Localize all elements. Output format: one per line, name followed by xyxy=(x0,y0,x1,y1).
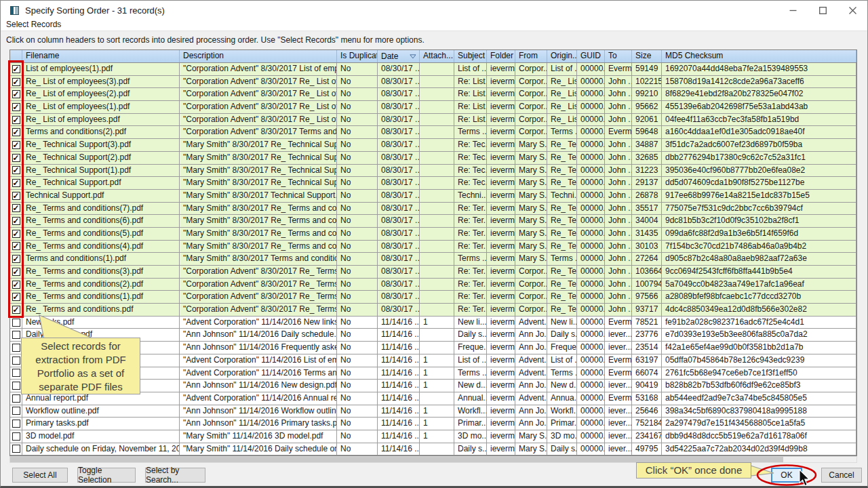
select-by-search-button[interactable]: Select by Search... xyxy=(145,468,205,483)
column-header-guid[interactable]: GUID xyxy=(577,50,605,62)
cancel-button[interactable]: Cancel xyxy=(821,468,862,483)
close-button[interactable] xyxy=(837,1,867,20)
table-row[interactable]: Terms and conditions(2).pdf"Corporation … xyxy=(10,126,856,139)
table-row[interactable]: Re_ Terms and conditions(7).pdf"Mary Smi… xyxy=(10,203,856,216)
cell-attachments: 1 xyxy=(420,380,454,392)
column-header-md5[interactable]: MD5 Checksum xyxy=(662,50,856,62)
cell-attachments xyxy=(420,392,454,405)
cell-subject: Re: Tec... xyxy=(454,177,487,189)
cell-md5: 9dc81b5b3c2f10d0f9c35102ba2f8cf1 xyxy=(662,215,856,227)
minimize-button[interactable] xyxy=(778,1,808,20)
table-row[interactable]: List of employees(1).pdf"Corporation Adv… xyxy=(10,63,856,76)
cell-date: 08/30/17 ... xyxy=(378,63,420,75)
cell-folder: ieverm... xyxy=(487,139,515,151)
cell-size: 90419 xyxy=(632,380,662,392)
table-row[interactable]: Re_ Terms and conditions(6).pdf"Mary Smi… xyxy=(10,215,856,228)
cell-folder: ieverm... xyxy=(487,63,515,75)
column-header-size[interactable]: Size xyxy=(632,50,662,62)
cell-subject: Terms ... xyxy=(454,253,487,265)
cell-filename: Re_ Technical Support(1).pdf xyxy=(22,165,180,177)
table-row[interactable]: New links.pdf"Advent Corporation" 11/14/… xyxy=(10,317,856,329)
cell-from: Mary S... xyxy=(515,443,547,455)
column-header-attachments[interactable]: Attach... xyxy=(420,50,454,62)
cell-guid: 00000... xyxy=(577,215,605,227)
cell-md5: a28089bfef98bfcaebc1c77dccd3270b xyxy=(662,291,856,303)
column-header-subject[interactable]: Subject xyxy=(454,50,487,62)
cell-date: 08/30/17 ... xyxy=(378,203,420,215)
column-header-folder[interactable]: Folder I... xyxy=(487,50,515,62)
table-row[interactable]: Re_ Terms and conditions(5).pdf"Mary Smi… xyxy=(10,228,856,241)
table-row[interactable]: Re_ Terms and conditions(3).pdf"Corporat… xyxy=(10,266,856,279)
cell-guid: 00000... xyxy=(577,405,605,418)
cell-original: Re_ Lis... xyxy=(547,114,577,126)
cell-is-duplicate: No xyxy=(337,380,378,392)
cell-attachments xyxy=(420,215,454,227)
cell-date: 11/14/16 ... xyxy=(378,418,420,430)
cell-md5: 7f154bc3c70cd21b7486ab46a0a9b4b2 xyxy=(662,241,856,253)
scrollbar-thumb[interactable] xyxy=(10,457,783,462)
cell-from: Corpor... xyxy=(515,126,547,138)
cell-guid: 00000... xyxy=(577,203,605,215)
checkbox-unchecked-icon xyxy=(12,357,20,365)
maximize-button[interactable] xyxy=(808,1,837,20)
cell-description: "Ann Johnson" 11/14/2016 Primary tasks.p… xyxy=(180,418,337,430)
cell-to: John ... xyxy=(605,139,632,151)
cell-is-duplicate: No xyxy=(337,63,378,75)
table-row[interactable]: Re_ Terms and conditions(2).pdf"Corporat… xyxy=(10,279,856,291)
column-header-description[interactable]: Description xyxy=(180,50,337,62)
column-header-from[interactable]: From xyxy=(515,50,547,62)
cell-date: 11/14/16 ... xyxy=(378,342,420,354)
row-checkbox[interactable] xyxy=(10,405,22,418)
table-row[interactable]: Terms and conditions(1).pdf"Mary Smith" … xyxy=(10,253,856,266)
select-all-button[interactable]: Select All xyxy=(12,468,68,483)
table-row[interactable]: Primary tasks.pdf"Ann Johnson" 11/14/201… xyxy=(10,418,856,430)
table-row[interactable]: Re_ List of employees(3).pdf"Corporation… xyxy=(10,76,856,89)
cell-size: 66074 xyxy=(632,367,662,380)
cell-folder: ieverm... xyxy=(487,177,515,189)
column-header-filename[interactable]: Filename xyxy=(22,50,180,62)
table-row[interactable]: Re_ Technical Support.pdf"Mary Smith" 8/… xyxy=(10,177,856,190)
cell-folder: ieverm... xyxy=(487,392,515,405)
cell-md5: 04fee4f11a63ccb7ec3fa58fb1a519bd xyxy=(662,114,856,126)
table-row[interactable]: Daily schedule on Friday, November 11, 2… xyxy=(10,443,856,456)
cell-size: 32685 xyxy=(632,152,662,164)
column-header-original[interactable]: Origin... xyxy=(547,50,577,62)
cell-to: John ... xyxy=(605,241,632,253)
cell-is-duplicate: No xyxy=(337,228,378,240)
cell-original: Freque... xyxy=(547,342,577,354)
table-row[interactable]: Re_ List of employees(2).pdf"Corporation… xyxy=(10,88,856,101)
cell-size: 31435 xyxy=(632,228,662,240)
table-row[interactable]: Re_ Technical Support(2).pdf"Mary Smith"… xyxy=(10,152,856,165)
cell-date: 11/14/16 ... xyxy=(378,443,420,455)
cell-subject: Re: Ter... xyxy=(454,291,487,303)
table-row[interactable]: Re_ List of employees(1).pdf"Corporation… xyxy=(10,101,856,114)
cell-original: List of ... xyxy=(547,63,577,75)
row-checkbox[interactable] xyxy=(10,418,22,430)
toggle-selection-button[interactable]: Toggle Selection xyxy=(77,468,136,483)
table-row[interactable]: 3D model.pdf"Mary Smith" 11/14/2016 3D m… xyxy=(10,430,856,443)
cell-filename: Re_ List of employees.pdf xyxy=(22,114,180,126)
column-header-is-duplicate[interactable]: Is Duplicate xyxy=(337,50,378,62)
table-row[interactable]: Workflow outline.pdf"Ann Johnson" 11/14/… xyxy=(10,405,856,418)
cell-from: Mary S... xyxy=(515,190,547,202)
cell-to: iever... xyxy=(605,430,632,443)
row-checkbox[interactable] xyxy=(10,317,22,329)
cell-original: Re_ Ter... xyxy=(547,304,577,316)
row-checkbox[interactable] xyxy=(10,443,22,455)
table-row[interactable]: Technical Support.pdf"Mary Smith" 8/30/2… xyxy=(10,190,856,203)
menu-select-records[interactable]: Select Records xyxy=(6,20,61,29)
row-checkbox[interactable] xyxy=(10,430,22,443)
column-header-label: MD5 Checksum xyxy=(665,51,723,60)
cell-from: Mary S... xyxy=(515,253,547,265)
table-row[interactable]: Re_ Terms and conditions(1).pdf"Corporat… xyxy=(10,291,856,304)
cell-description: "Ann Johnson" 11/14/2016 New design.pdf xyxy=(180,380,337,392)
table-row[interactable]: Re_ Technical Support(1).pdf"Mary Smith"… xyxy=(10,165,856,178)
table-row[interactable]: Re_ Terms and conditions.pdf"Corporation… xyxy=(10,304,856,317)
column-header-date[interactable]: Date xyxy=(378,50,420,62)
cell-original: Techni... xyxy=(547,190,577,202)
table-row[interactable]: Re_ Technical Support(3).pdf"Mary Smith"… xyxy=(10,139,856,152)
table-row[interactable]: Re_ List of employees.pdf"Corporation Ad… xyxy=(10,114,856,127)
column-header-to[interactable]: To xyxy=(605,50,632,62)
table-row[interactable]: Re_ Terms and conditions(4).pdf"Mary Smi… xyxy=(10,241,856,253)
cell-size: 234167 xyxy=(632,430,662,443)
